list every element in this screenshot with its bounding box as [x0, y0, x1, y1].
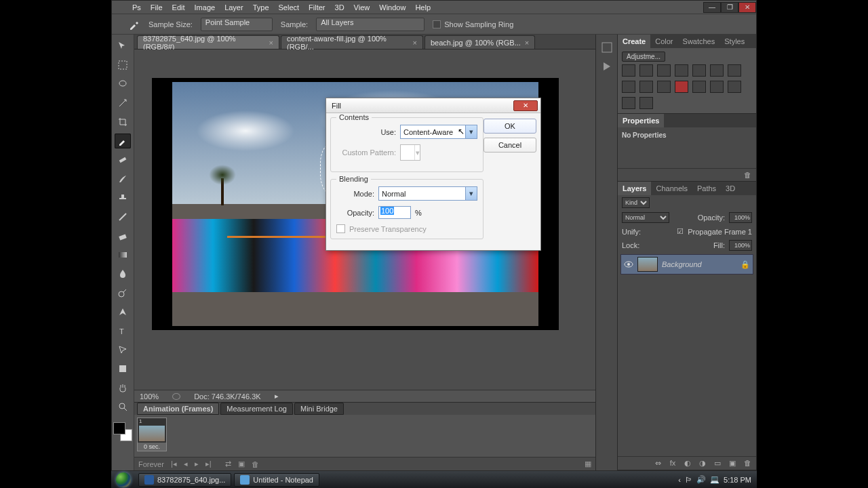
- use-select[interactable]: Content-Aware ↖ ▾: [400, 125, 477, 139]
- pen-tool[interactable]: [115, 304, 131, 319]
- clock[interactable]: 5:18 PM: [724, 476, 751, 484]
- chevron-down-icon[interactable]: ▾: [465, 125, 477, 138]
- tab-styles[interactable]: Styles: [719, 35, 749, 48]
- propagate-label[interactable]: Propagate Frame 1: [688, 228, 752, 236]
- history-brush-tool[interactable]: [115, 209, 131, 224]
- menu-select[interactable]: Select: [279, 3, 300, 12]
- group-icon[interactable]: ▭: [713, 459, 722, 468]
- new-layer-icon[interactable]: ▣: [728, 459, 737, 468]
- start-button[interactable]: [111, 471, 136, 488]
- tab-measurement-log[interactable]: Measurement Log: [220, 403, 293, 415]
- adjustment-icon[interactable]: [622, 64, 635, 77]
- eraser-tool[interactable]: [115, 228, 131, 243]
- ok-button[interactable]: OK: [484, 119, 536, 134]
- document-tab[interactable]: content-aware-fill.jpg @ 100% (RGB/...×: [281, 35, 423, 49]
- close-icon[interactable]: ×: [525, 39, 529, 47]
- adjustment-icon[interactable]: [657, 64, 671, 77]
- mask-icon[interactable]: ◐: [683, 459, 692, 468]
- layer-row[interactable]: Background 🔒: [620, 254, 753, 274]
- stamp-tool[interactable]: [115, 190, 131, 205]
- blur-tool[interactable]: [115, 266, 131, 281]
- tab-swatches[interactable]: Swatches: [678, 35, 720, 48]
- adjustment-icon[interactable]: [710, 81, 724, 93]
- chevron-down-icon[interactable]: ▾: [465, 187, 477, 200]
- next-frame-icon[interactable]: ▸|: [205, 460, 212, 468]
- menu-help[interactable]: Help: [415, 3, 431, 12]
- wand-tool[interactable]: [115, 96, 131, 110]
- prev-frame-icon[interactable]: ◂: [184, 460, 188, 468]
- new-frame-icon[interactable]: ▣: [238, 460, 245, 468]
- chevron-right-icon[interactable]: ▸: [275, 392, 279, 401]
- fill-input[interactable]: [729, 240, 752, 251]
- adjustment-icon[interactable]: [675, 81, 688, 93]
- crop-tool[interactable]: [115, 115, 131, 129]
- menu-file[interactable]: File: [151, 3, 163, 12]
- adjustment-icon[interactable]: [692, 81, 706, 93]
- sample-size-select[interactable]: Point Sample: [201, 18, 273, 31]
- adjustment-icon[interactable]: [728, 64, 741, 77]
- link-icon[interactable]: ⇔: [653, 459, 663, 468]
- adjustment-icon[interactable]: [622, 81, 635, 93]
- zoom-tool[interactable]: [115, 399, 131, 414]
- menu-type[interactable]: Type: [253, 3, 269, 12]
- zoom-level[interactable]: 100%: [140, 392, 159, 401]
- adjustment-icon[interactable]: [692, 64, 706, 77]
- tab-3d[interactable]: 3D: [721, 182, 740, 195]
- fx-icon[interactable]: fx: [668, 459, 677, 468]
- adjustment-icon[interactable]: [657, 81, 671, 93]
- fill-adjust-icon[interactable]: ◑: [698, 459, 707, 468]
- trash-icon[interactable]: 🗑: [743, 171, 752, 179]
- close-icon[interactable]: ×: [413, 39, 417, 47]
- loop-select[interactable]: Forever: [138, 460, 164, 468]
- dodge-tool[interactable]: [115, 285, 131, 300]
- dialog-titlebar[interactable]: Fill ✕: [326, 98, 540, 113]
- tab-layers[interactable]: Layers: [618, 182, 651, 195]
- tween-icon[interactable]: ⇄: [225, 460, 231, 468]
- delete-frame-icon[interactable]: 🗑: [252, 460, 259, 468]
- cancel-button[interactable]: Cancel: [484, 138, 536, 152]
- trash-icon[interactable]: 🗑: [743, 459, 752, 468]
- shape-tool[interactable]: [115, 361, 131, 376]
- marquee-tool[interactable]: [115, 58, 131, 73]
- window-close-button[interactable]: ✕: [738, 2, 756, 13]
- tray-icon[interactable]: 🏳: [685, 476, 692, 484]
- adjustment-icon[interactable]: [622, 97, 635, 109]
- menu-3d[interactable]: 3D: [335, 3, 344, 12]
- frame-thumbnail[interactable]: 1 0 sec.: [137, 418, 167, 451]
- color-swatches[interactable]: [113, 422, 132, 441]
- menu-image[interactable]: Image: [195, 3, 216, 12]
- type-tool[interactable]: T: [115, 323, 131, 338]
- layer-filter-select[interactable]: Kind: [622, 197, 650, 208]
- tab-color[interactable]: Color: [650, 35, 677, 48]
- mode-select[interactable]: Normal ▾: [378, 186, 477, 201]
- opacity-input[interactable]: 100: [378, 206, 411, 219]
- heal-tool[interactable]: [115, 152, 131, 167]
- menu-layer[interactable]: Layer: [224, 3, 243, 12]
- tray-icon[interactable]: 💻: [710, 475, 719, 484]
- adjustment-icon[interactable]: [675, 64, 688, 77]
- brush-tool[interactable]: [115, 171, 131, 186]
- opacity-input[interactable]: [729, 212, 752, 223]
- convert-icon[interactable]: ▦: [585, 460, 591, 468]
- tab-channels[interactable]: Channels: [651, 182, 692, 195]
- tab-paths[interactable]: Paths: [692, 182, 721, 195]
- tab-animation[interactable]: Animation (Frames): [137, 403, 219, 415]
- menu-view[interactable]: View: [354, 3, 370, 12]
- show-sampling-ring-checkbox[interactable]: Show Sampling Ring: [433, 20, 513, 28]
- menu-window[interactable]: Window: [379, 3, 406, 12]
- tray-chevron-icon[interactable]: ‹: [678, 476, 681, 484]
- visibility-icon[interactable]: [624, 260, 633, 269]
- adjustment-icon[interactable]: [639, 97, 653, 109]
- tray-icon[interactable]: 🔊: [696, 475, 706, 484]
- tab-properties[interactable]: Properties: [618, 114, 664, 127]
- adjustment-icon[interactable]: [639, 81, 653, 93]
- history-panel-icon[interactable]: [601, 41, 613, 54]
- blend-mode-select[interactable]: Normal: [622, 212, 669, 223]
- window-maximize-button[interactable]: ❐: [721, 2, 738, 13]
- eyedropper-tool[interactable]: [115, 134, 131, 148]
- tab-create[interactable]: Create: [618, 35, 650, 48]
- gradient-tool[interactable]: [115, 247, 131, 262]
- adjustment-icon[interactable]: [639, 64, 653, 77]
- taskbar-item[interactable]: Untitled - Notepad: [234, 473, 319, 487]
- move-tool[interactable]: [115, 39, 131, 54]
